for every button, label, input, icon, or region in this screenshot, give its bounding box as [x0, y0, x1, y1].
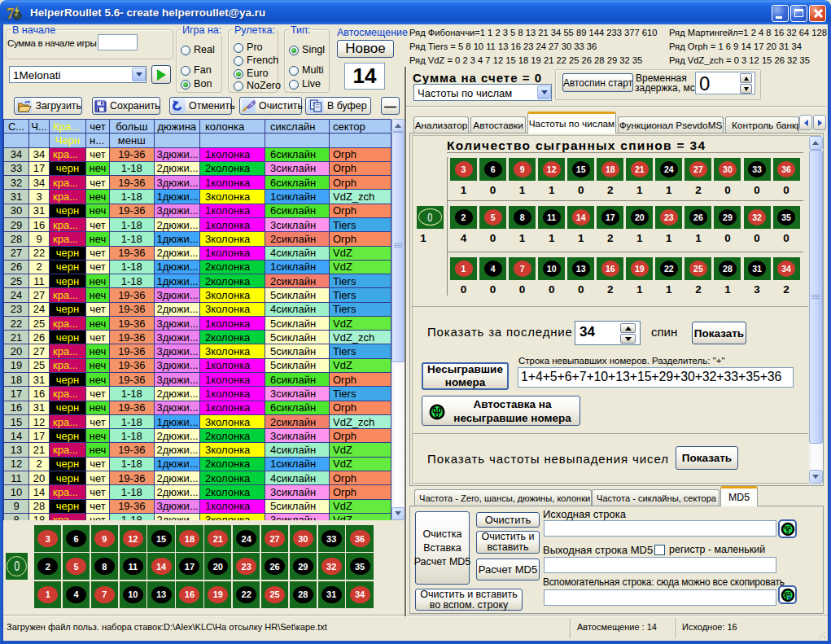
- svg-text:5: 5: [785, 528, 789, 534]
- svg-text:5: 5: [784, 594, 787, 600]
